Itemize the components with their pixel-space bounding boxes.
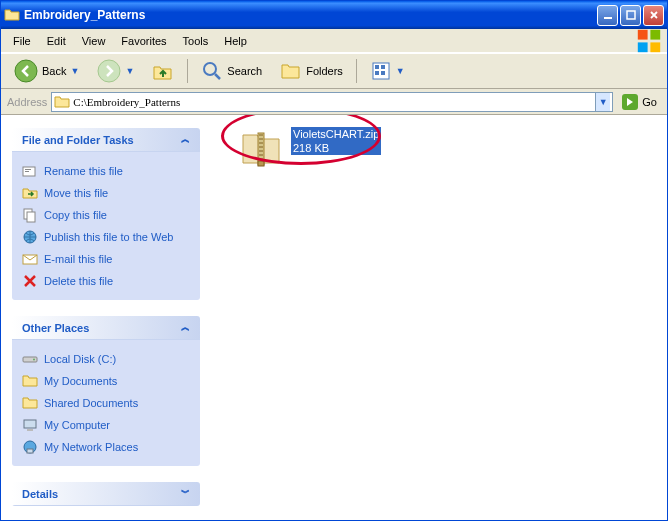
folders-label: Folders — [306, 65, 343, 77]
file-list-view[interactable]: VioletsCHART.zip 218 KB — [211, 115, 667, 520]
separator — [187, 59, 188, 83]
menu-favorites[interactable]: Favorites — [113, 32, 174, 50]
svg-rect-1 — [627, 11, 635, 19]
svg-rect-16 — [25, 169, 31, 170]
zip-file-icon — [239, 127, 283, 171]
folder-up-icon — [152, 60, 174, 82]
network-icon — [22, 439, 38, 455]
documents-icon — [22, 373, 38, 389]
tasks-panel: File and Folder Tasks ︽ Rename this file… — [11, 127, 201, 301]
address-input[interactable] — [70, 96, 595, 108]
computer-icon — [22, 417, 38, 433]
views-button[interactable]: ▼ — [363, 56, 412, 86]
menu-edit[interactable]: Edit — [39, 32, 74, 50]
task-rename[interactable]: Rename this file — [22, 160, 190, 182]
explorer-window: Embroidery_Patterns File Edit View Favor… — [0, 0, 668, 521]
place-my-computer[interactable]: My Computer — [22, 414, 190, 436]
chevron-up-icon: ︽ — [181, 133, 190, 146]
back-button[interactable]: Back ▼ — [7, 55, 86, 87]
task-publish[interactable]: Publish this file to the Web — [22, 226, 190, 248]
up-button[interactable] — [145, 56, 181, 86]
delete-icon — [22, 273, 38, 289]
place-network[interactable]: My Network Places — [22, 436, 190, 458]
svg-point-8 — [204, 63, 216, 75]
menu-file[interactable]: File — [5, 32, 39, 50]
addressbar: Address ▼ Go — [1, 89, 667, 115]
back-icon — [14, 59, 38, 83]
places-panel: Other Places ︽ Local Disk (C:) My Docume… — [11, 315, 201, 467]
folder-icon — [4, 7, 20, 23]
window-title: Embroidery_Patterns — [24, 8, 597, 22]
forward-icon — [97, 59, 121, 83]
close-button[interactable] — [643, 5, 664, 26]
folders-button[interactable]: Folders — [273, 56, 350, 86]
panel-title: File and Folder Tasks — [22, 134, 134, 146]
minimize-button[interactable] — [597, 5, 618, 26]
tasks-panel-header[interactable]: File and Folder Tasks ︽ — [12, 128, 200, 152]
forward-button[interactable]: ▼ — [90, 55, 141, 87]
titlebar[interactable]: Embroidery_Patterns — [1, 1, 667, 29]
file-name: VioletsCHART.zip — [291, 127, 381, 141]
task-email[interactable]: E-mail this file — [22, 248, 190, 270]
svg-rect-12 — [375, 71, 379, 75]
email-icon — [22, 251, 38, 267]
copy-icon — [22, 207, 38, 223]
menu-help[interactable]: Help — [216, 32, 255, 50]
chevron-down-icon: ▼ — [599, 97, 608, 107]
views-icon — [370, 60, 392, 82]
address-field[interactable]: ▼ — [51, 92, 613, 112]
move-icon — [22, 185, 38, 201]
svg-rect-4 — [638, 42, 648, 52]
svg-rect-19 — [27, 212, 35, 222]
svg-rect-13 — [381, 71, 385, 75]
windows-logo-icon — [635, 31, 663, 51]
svg-rect-10 — [375, 65, 379, 69]
address-dropdown[interactable]: ▼ — [595, 93, 610, 111]
place-my-documents[interactable]: My Documents — [22, 370, 190, 392]
disk-icon — [22, 351, 38, 367]
chevron-up-icon: ︽ — [181, 321, 190, 334]
chevron-down-icon: ︾ — [181, 487, 190, 500]
go-icon — [621, 93, 639, 111]
svg-point-7 — [98, 60, 120, 82]
panel-title: Other Places — [22, 322, 89, 334]
details-panel: Details ︾ — [11, 481, 201, 507]
svg-rect-25 — [27, 429, 33, 431]
address-label: Address — [7, 96, 47, 108]
file-size: 218 KB — [291, 141, 381, 155]
task-copy[interactable]: Copy this file — [22, 204, 190, 226]
task-delete[interactable]: Delete this file — [22, 270, 190, 292]
shared-folder-icon — [22, 395, 38, 411]
content-area: File and Folder Tasks ︽ Rename this file… — [1, 115, 667, 520]
details-panel-header[interactable]: Details ︾ — [12, 482, 200, 506]
svg-point-6 — [15, 60, 37, 82]
svg-rect-5 — [650, 42, 660, 52]
svg-rect-24 — [24, 420, 36, 428]
chevron-down-icon: ▼ — [396, 66, 405, 76]
panel-title: Details — [22, 488, 58, 500]
search-icon — [201, 60, 223, 82]
back-label: Back — [42, 65, 66, 77]
task-move[interactable]: Move this file — [22, 182, 190, 204]
globe-icon — [22, 229, 38, 245]
folder-icon — [54, 94, 70, 110]
side-pane: File and Folder Tasks ︽ Rename this file… — [1, 115, 211, 520]
svg-rect-27 — [27, 449, 33, 453]
svg-rect-28 — [258, 133, 264, 165]
places-panel-header[interactable]: Other Places ︽ — [12, 316, 200, 340]
place-shared-documents[interactable]: Shared Documents — [22, 392, 190, 414]
menu-tools[interactable]: Tools — [175, 32, 217, 50]
svg-rect-3 — [650, 29, 660, 39]
file-item[interactable]: VioletsCHART.zip 218 KB — [239, 127, 419, 171]
chevron-down-icon: ▼ — [70, 66, 79, 76]
search-button[interactable]: Search — [194, 56, 269, 86]
go-button[interactable]: Go — [617, 91, 661, 113]
separator — [356, 59, 357, 83]
place-local-disk[interactable]: Local Disk (C:) — [22, 348, 190, 370]
rename-icon — [22, 163, 38, 179]
maximize-button[interactable] — [620, 5, 641, 26]
svg-rect-0 — [604, 17, 612, 19]
folders-icon — [280, 60, 302, 82]
menu-view[interactable]: View — [74, 32, 114, 50]
svg-rect-17 — [25, 171, 29, 172]
